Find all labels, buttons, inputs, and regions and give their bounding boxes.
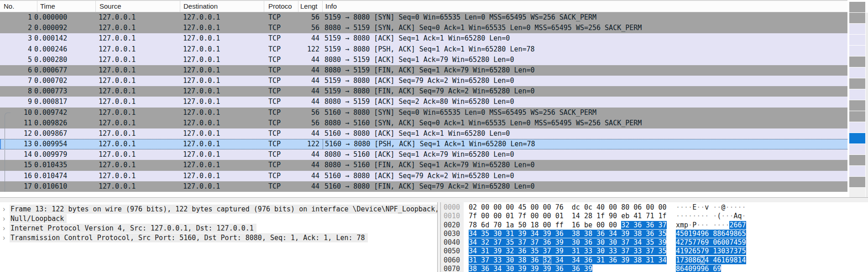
- hex-segment[interactable]: 78 6d 70 1a 50 18 00 ff 16 be 00 00: [469, 221, 621, 229]
- minimap-block[interactable]: [849, 78, 865, 89]
- minimap-block[interactable]: [849, 89, 865, 100]
- hex-highlighted-segment[interactable]: 34 34 36 31 36 39 38 31 34: [551, 256, 667, 264]
- detail-item[interactable]: ›Frame 13: 122 bytes on wire (976 bits),…: [0, 204, 437, 214]
- hex-highlighted-segment[interactable]: 4 46169814: [705, 256, 746, 264]
- hex-row[interactable]: 004034 32 37 35 37 37 36 39 30 36 30 30 …: [441, 238, 868, 247]
- ascii-bytes[interactable]: 41926579 13037375: [676, 247, 746, 256]
- hex-segment[interactable]: 7f 00 00 01 7f 00 00 01 14 28 1f 90 eb 4…: [469, 212, 667, 220]
- expand-chevron-icon[interactable]: ›: [0, 204, 10, 214]
- pane-splitter[interactable]: [437, 202, 441, 272]
- minimap-block[interactable]: [849, 35, 865, 45]
- hex-segment[interactable]: ····E··v ··@·····: [676, 203, 746, 211]
- hex-highlighted-segment[interactable]: 173086: [676, 256, 701, 264]
- column-header-length[interactable]: Lengt: [298, 1, 323, 12]
- column-header-protocol[interactable]: Protoco: [264, 1, 298, 12]
- packet-row[interactable]: 17 0.010610 127.0.0.1 127.0.0.1 TCP 44 5…: [0, 181, 847, 192]
- hex-segment[interactable]: xmp·P··· ····: [676, 221, 729, 229]
- hex-highlighted-segment[interactable]: 86409996 69: [676, 265, 721, 272]
- packet-row[interactable]: 4 0.000246 127.0.0.1 127.0.0.1 TCP 122 5…: [0, 44, 847, 55]
- cell-info: 5159 → 8080 [ACK] Seq=79 Ack=2 Win=65280…: [323, 76, 847, 86]
- packet-row[interactable]: 7 0.000702 127.0.0.1 127.0.0.1 TCP 44 51…: [0, 76, 847, 86]
- minimap-block[interactable]: [849, 67, 865, 78]
- hex-row[interactable]: 00107f 00 00 01 7f 00 00 01 14 28 1f 90 …: [441, 212, 868, 221]
- packet-row[interactable]: 13 0.009954 127.0.0.1 127.0.0.1 TCP 122 …: [0, 139, 847, 149]
- column-header-source[interactable]: Source: [96, 1, 180, 12]
- minimap-block[interactable]: [849, 133, 865, 144]
- packet-row[interactable]: 10 0.009742 127.0.0.1 127.0.0.1 TCP 56 5…: [0, 108, 847, 118]
- packet-row[interactable]: 15 0.010435 127.0.0.1 127.0.0.1 TCP 44 8…: [0, 160, 847, 170]
- packet-minimap-scrollbar[interactable]: [849, 2, 865, 188]
- hex-row[interactable]: 003034 35 30 31 39 34 39 36 38 38 36 34 …: [441, 230, 868, 238]
- minimap-block[interactable]: [849, 2, 865, 12]
- minimap-block[interactable]: [849, 155, 865, 165]
- hex-bytes[interactable]: 78 6d 70 1a 50 18 00 ff 16 be 00 00 32 3…: [469, 221, 669, 230]
- detail-item[interactable]: ›Null/Loopback: [0, 214, 437, 223]
- hex-row[interactable]: 006031 37 33 30 38 36 32 34 34 36 31 36 …: [441, 256, 868, 265]
- hex-highlighted-segment[interactable]: 2667: [729, 221, 746, 229]
- ascii-bytes[interactable]: ····E··v ··@·····: [676, 203, 746, 212]
- hex-bytes[interactable]: 34 32 37 35 37 37 36 39 30 36 30 30 37 3…: [469, 238, 669, 247]
- hex-highlighted-segment[interactable]: 34 35 30 31 39 34 39 36 38 38 36 34 39 3…: [469, 230, 666, 238]
- hex-row[interactable]: 000002 00 00 00 45 00 00 76 dc 0c 40 00 …: [441, 203, 868, 212]
- packet-row[interactable]: 12 0.009867 127.0.0.1 127.0.0.1 TCP 44 5…: [0, 128, 847, 139]
- hex-bytes[interactable]: 31 37 33 30 38 36 32 34 34 36 31 36 39 3…: [469, 256, 669, 265]
- hex-segment[interactable]: 02 00 00 00 45 00 00 76 dc 0c 40 00 80 0…: [469, 203, 667, 211]
- minimap-block[interactable]: [849, 144, 865, 154]
- packet-row[interactable]: 6 0.000677 127.0.0.1 127.0.0.1 TCP 44 80…: [0, 65, 847, 76]
- ascii-bytes[interactable]: ········ ·(···Aq·: [676, 212, 746, 221]
- packet-row[interactable]: 2 0.000092 127.0.0.1 127.0.0.1 TCP 56 80…: [0, 23, 847, 33]
- minimap-block[interactable]: [849, 56, 865, 67]
- hex-bytes[interactable]: 7f 00 00 01 7f 00 00 01 14 28 1f 90 eb 4…: [469, 212, 669, 221]
- minimap-block[interactable]: [849, 122, 865, 133]
- minimap-block[interactable]: [849, 46, 865, 56]
- ascii-bytes[interactable]: 42757769 06007459: [676, 238, 746, 247]
- hex-row[interactable]: 007038 36 34 30 39 39 39 36 36 398640999…: [441, 265, 868, 272]
- packet-row[interactable]: 16 0.010474 127.0.0.1 127.0.0.1 TCP 44 5…: [0, 171, 847, 181]
- hex-bytes[interactable]: 34 31 39 32 36 35 37 39 31 33 30 33 37 3…: [469, 247, 669, 256]
- packet-row[interactable]: 5 0.000280 127.0.0.1 127.0.0.1 TCP 44 80…: [0, 55, 847, 65]
- ascii-bytes[interactable]: xmp·P··· ····2667: [676, 221, 746, 230]
- expand-chevron-icon[interactable]: ›: [0, 233, 10, 242]
- minimap-block[interactable]: [849, 166, 865, 176]
- column-header-time[interactable]: Time: [37, 1, 96, 12]
- column-header-destination[interactable]: Destination: [180, 1, 264, 12]
- packet-list-scrollbar-track[interactable]: [866, 13, 868, 197]
- minimap-block[interactable]: [849, 100, 865, 111]
- hex-bytes[interactable]: 34 35 30 31 39 34 39 36 38 38 36 34 39 3…: [469, 230, 669, 238]
- ascii-bytes[interactable]: 45019496 88649865: [676, 230, 746, 238]
- hex-bytes[interactable]: 02 00 00 00 45 00 00 76 dc 0c 40 00 80 0…: [469, 203, 669, 212]
- hex-highlighted-segment[interactable]: 42757769 06007459: [676, 238, 746, 246]
- hex-highlighted-segment[interactable]: 45019496 88649865: [676, 230, 746, 238]
- minimap-block[interactable]: [849, 24, 865, 34]
- column-header-info[interactable]: Info: [323, 1, 847, 12]
- ascii-bytes[interactable]: 86409996 69: [676, 265, 721, 272]
- hex-highlighted-segment[interactable]: 41926579 13037375: [676, 247, 746, 255]
- hex-highlighted-segment[interactable]: 34 32 37 35 37 37 36 39 30 36 30 30 37 3…: [469, 238, 666, 246]
- minimap-block[interactable]: [849, 13, 865, 23]
- packet-row[interactable]: 9 0.000817 127.0.0.1 127.0.0.1 TCP 44 80…: [0, 97, 847, 107]
- packet-row[interactable]: 14 0.009979 127.0.0.1 127.0.0.1 TCP 44 8…: [0, 149, 847, 160]
- packet-row[interactable]: 11 0.009826 127.0.0.1 127.0.0.1 TCP 56 8…: [0, 118, 847, 128]
- hex-segment[interactable]: ········ ·(···Aq·: [676, 212, 746, 220]
- hex-highlighted-segment[interactable]: 34 31 39 32 36 35 37 39 31 33 30 33 37 3…: [469, 247, 666, 255]
- column-header-no[interactable]: No.: [0, 1, 37, 12]
- ascii-bytes[interactable]: 17308624 46169814: [676, 256, 746, 265]
- packet-row[interactable]: 1 0.000000 127.0.0.1 127.0.0.1 TCP 56 51…: [0, 12, 847, 23]
- minimap-block[interactable]: [849, 111, 865, 122]
- detail-item[interactable]: ›Internet Protocol Version 4, Src: 127.0…: [0, 223, 437, 233]
- cell-length: 56: [298, 23, 323, 33]
- hex-highlighted-segment[interactable]: 2: [701, 256, 705, 264]
- hex-highlighted-segment[interactable]: 32: [543, 256, 551, 264]
- hex-highlighted-segment[interactable]: 38 36 34 30 39 39 39 36 36 39: [469, 265, 592, 272]
- packet-row[interactable]: 8 0.000773 127.0.0.1 127.0.0.1 TCP 44 51…: [0, 86, 847, 97]
- expand-chevron-icon[interactable]: ›: [0, 214, 10, 223]
- expand-chevron-icon[interactable]: ›: [0, 223, 10, 233]
- hex-row[interactable]: 005034 31 39 32 36 35 37 39 31 33 30 33 …: [441, 247, 868, 256]
- hex-highlighted-segment[interactable]: 31 37 33 30 38 36: [469, 256, 543, 264]
- hex-highlighted-segment[interactable]: 32 36 36 37: [621, 221, 666, 229]
- detail-item[interactable]: ›Transmission Control Protocol, Src Port…: [0, 233, 437, 242]
- hex-row[interactable]: 002078 6d 70 1a 50 18 00 ff 16 be 00 00 …: [441, 221, 868, 230]
- packet-row[interactable]: 3 0.000142 127.0.0.1 127.0.0.1 TCP 44 51…: [0, 33, 847, 44]
- minimap-block[interactable]: [849, 177, 865, 187]
- hex-bytes[interactable]: 38 36 34 30 39 39 39 36 36 39: [469, 265, 669, 272]
